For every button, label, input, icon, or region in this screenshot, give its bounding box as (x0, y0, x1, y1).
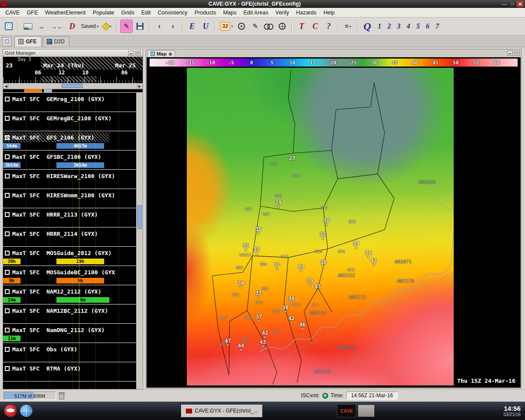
menu-item-grids[interactable]: Grids (118, 9, 138, 17)
diamond-tool-dropdown[interactable]: ▾ (101, 20, 113, 33)
toolbar-number-5[interactable]: 5 (413, 22, 423, 30)
grid-row-checkbox[interactable] (5, 347, 10, 352)
toolbar-number-6[interactable]: 6 (423, 22, 432, 30)
letter-q-button[interactable]: Q (361, 20, 373, 33)
grid-row-checkbox[interactable] (5, 328, 10, 332)
save-button[interactable] (134, 20, 146, 33)
menu-item-help[interactable]: Help (320, 9, 338, 17)
grid-row-checkbox[interactable] (5, 308, 10, 313)
memory-gauge[interactable]: 517M of 836M (4, 392, 56, 400)
grid-row-checkbox[interactable] (5, 135, 10, 140)
time-scale-header[interactable]: Day 3 23 Mar 24 (Thu) Mar 25 06121806 (3, 57, 143, 83)
menu-item-consistency[interactable]: Consistency (154, 9, 191, 17)
menu-item-populate[interactable]: Populate (89, 9, 118, 17)
globe-launcher-icon[interactable] (20, 405, 32, 417)
grid-row-checkbox[interactable] (5, 97, 10, 102)
glasses-tool-button[interactable] (262, 20, 275, 33)
temperature-map[interactable]: 2729303033333539364231333839433433383842… (187, 68, 454, 385)
grid-row-checkbox[interactable] (5, 270, 10, 275)
grid-row-label-line[interactable]: MaxT SFC HRRR_2114 (GYX) (3, 229, 136, 238)
grid-row-checkbox[interactable] (5, 116, 10, 121)
grid-vertical-scrollbar[interactable] (136, 93, 143, 389)
grid-row-label-line[interactable]: MaxT SFC GFSBC_2106 (GYX) (3, 152, 136, 161)
perspective-menu-button[interactable] (3, 37, 11, 46)
menu-item-edit-areas[interactable]: Edit Areas (240, 9, 272, 17)
forward-button[interactable]: › (167, 20, 179, 33)
grid-row-label-line[interactable]: MaxT SFC RTMA (GYX) (3, 364, 136, 373)
isc-indicator[interactable] (322, 393, 328, 399)
tab-gfe[interactable]: GFE (14, 36, 42, 47)
grid-row-label-line[interactable]: MaxT SFC NAM12BC_2112 (GYX) (3, 306, 136, 315)
horizontal-scroll-thumb[interactable] (62, 84, 83, 88)
toolbar-number-1[interactable]: 1 (374, 22, 384, 30)
grid-row-label-line[interactable]: MaxT SFC MOSGuideBC_2100 (GYX (3, 267, 136, 277)
panel-maximize-icon[interactable] (514, 51, 520, 56)
shrink-time-button[interactable]: →← (49, 20, 65, 33)
pencil-tool-button[interactable]: ✎ (120, 20, 133, 33)
taskbar-window-button[interactable]: CAVE:GYX - GFE(chrisl_... (181, 405, 262, 417)
grid-row-checkbox[interactable] (5, 366, 10, 371)
cave-tray-icon[interactable]: CAVE (337, 404, 356, 417)
menu-item-weatherelement[interactable]: WeatherElement (42, 9, 89, 17)
letter-c-button[interactable]: C (309, 20, 321, 33)
grid-row-label-line[interactable]: MaxT SFC NAM12_2112 (GYX) (3, 287, 136, 296)
target-tool-button[interactable] (235, 20, 248, 33)
minimize-button[interactable]: — (501, 1, 508, 7)
menu-item-verify[interactable]: Verify (272, 9, 292, 17)
grid-row-label-line[interactable]: MaxT SFC Obs (GYX) (3, 344, 136, 354)
toolbar-number-7[interactable]: 7 (432, 22, 442, 30)
saved-dropdown[interactable]: Saved▾ (80, 20, 100, 33)
tray-button[interactable] (358, 405, 374, 417)
scroll-right-icon[interactable]: ▶ (137, 84, 143, 89)
expand-time-button[interactable]: ↔ (35, 20, 48, 33)
time-horizontal-scrollbar[interactable]: ◀ ▶ (3, 83, 143, 89)
draw-tool-button[interactable]: ✎ (249, 20, 261, 33)
help-button[interactable]: ? (322, 20, 335, 33)
tab-map[interactable]: Map ⊗ (147, 50, 175, 57)
toolbar-number-2[interactable]: 2 (384, 22, 394, 30)
panel-minimize-icon[interactable] (128, 51, 134, 56)
grid-row-label-line[interactable]: MaxT SFC MOSGuide_2012 (GYX) (3, 248, 136, 258)
grid-row-label-line[interactable]: MaxT SFC HIRESWarw_2100 (GYX) (3, 171, 136, 181)
panel-maximize-icon[interactable] (135, 51, 141, 56)
grid-row-checkbox[interactable] (5, 174, 10, 178)
close-button[interactable]: ✕ (517, 1, 524, 7)
grid-row-label-line[interactable]: MaxT SFC GFS_2106 (GYX) (3, 133, 136, 142)
grid-row-checkbox[interactable] (5, 154, 10, 159)
grid-row-checkbox[interactable] (5, 193, 10, 198)
fit-view-button[interactable] (3, 20, 15, 33)
menu-item-hazards[interactable]: Hazards (293, 9, 320, 17)
grid-row-checkbox[interactable] (5, 289, 10, 294)
redhat-menu-icon[interactable] (4, 405, 17, 417)
letter-t-button[interactable]: T (295, 20, 308, 33)
image-tool-button[interactable] (22, 20, 34, 33)
toolbar-number-3[interactable]: 3 (394, 22, 403, 30)
menu-item-products[interactable]: Products (191, 9, 220, 17)
menu-item-gfe[interactable]: GFE (23, 9, 42, 17)
grid-row-label-line[interactable]: MaxT SFC HRRR_2113 (GYX) (3, 210, 136, 219)
grid-row-checkbox[interactable] (5, 212, 10, 217)
map-tab-close-icon[interactable]: ⊗ (168, 52, 172, 56)
grid-row-label-line[interactable]: MaxT SFC GEMreg_2100 (GYX) (3, 94, 136, 104)
grid-row-label-line[interactable]: MaxT SFC NamDNG_2112 (GYX) (3, 325, 136, 335)
equals-dropdown[interactable]: =▾ (342, 20, 354, 33)
menu-item-maps[interactable]: Maps (220, 9, 240, 17)
grid-row-label-line[interactable]: MaxT SFC GEMregBC_2100 (GYX) (3, 113, 136, 123)
letter-u-button[interactable]: U (200, 20, 212, 33)
letter-e-button[interactable]: E (186, 20, 198, 33)
vertical-scroll-thumb[interactable] (137, 205, 142, 229)
back-button[interactable]: ‹ (153, 20, 165, 33)
menu-item-cave[interactable]: CAVE (2, 9, 23, 17)
grid-row-checkbox[interactable] (5, 231, 10, 236)
contour-interval-dropdown[interactable]: 32▾ (219, 20, 234, 33)
maximize-button[interactable]: □ (509, 1, 516, 7)
taskbar-clock[interactable]: 14:56 03/21/16 (504, 405, 521, 417)
map-canvas[interactable]: -20-15-10-5051015202530354045505560 (147, 57, 521, 388)
panel-minimize-icon[interactable] (507, 51, 513, 56)
letter-d-button[interactable]: D (66, 20, 78, 33)
garbage-collect-button[interactable] (59, 392, 65, 399)
scroll-left-icon[interactable]: ◀ (3, 84, 9, 89)
toolbar-number-4[interactable]: 4 (403, 22, 413, 30)
globe-tool-button[interactable] (276, 20, 288, 33)
menu-item-edit[interactable]: Edit (138, 9, 154, 17)
